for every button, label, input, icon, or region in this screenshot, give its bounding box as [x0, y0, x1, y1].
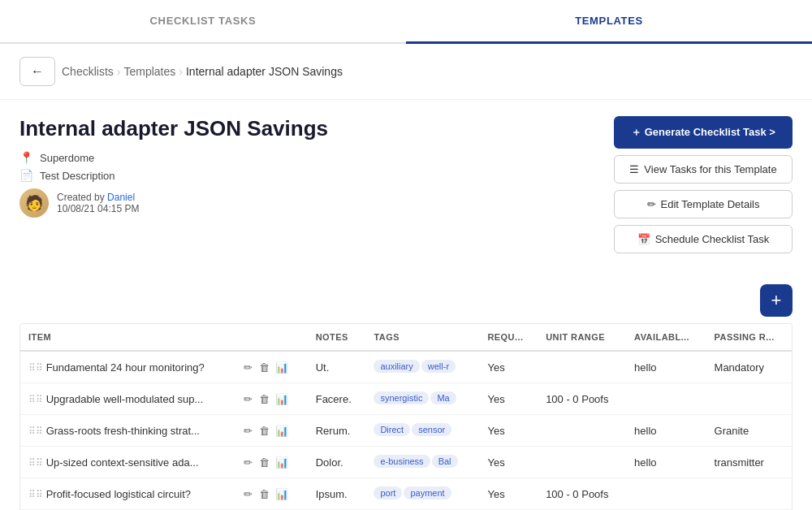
cell-row-actions: ✏ 🗑 📊: [235, 383, 308, 415]
schedule-button[interactable]: 📅 Schedule Checklist Task: [614, 225, 793, 253]
col-available: AVAILABL...: [626, 324, 706, 351]
table-row: ⠿⠿ Grass-roots fresh-thinking strat... ✏…: [20, 415, 792, 447]
generate-checklist-button[interactable]: ＋ Generate Checklist Task >: [614, 116, 793, 149]
delete-row-icon[interactable]: 🗑: [259, 456, 270, 469]
table-row: ⠿⠿ Profit-focused logistical circuit? ✏ …: [20, 478, 792, 510]
delete-row-icon[interactable]: 🗑: [259, 425, 270, 437]
tag: e-business: [374, 455, 430, 468]
cell-passing: [706, 383, 792, 415]
edit-row-icon[interactable]: ✏: [244, 488, 253, 500]
detail-section: Internal adapter JSON Savings 📍 Superdom…: [19, 116, 598, 218]
drag-handle[interactable]: ⠿⠿: [28, 394, 43, 405]
breadcrumb-current: Internal adapter JSON Savings: [186, 65, 343, 78]
cell-item-name: Profit-focused logistical circuit?: [46, 488, 191, 500]
author-info: Created by Daniel 10/08/21 04:15 PM: [57, 192, 139, 214]
cell-required: Yes: [479, 415, 538, 447]
cell-row-actions: ✏ 🗑 📊: [235, 351, 308, 383]
cell-required: Yes: [479, 351, 538, 383]
drag-handle[interactable]: ⠿⠿: [28, 457, 43, 469]
cell-row-actions: ✏ 🗑 📊: [235, 478, 308, 510]
cell-passing: [706, 478, 792, 510]
edit-row-icon[interactable]: ✏: [244, 425, 253, 437]
cell-available: [626, 478, 706, 510]
view-tasks-label: View Tasks for this Template: [644, 163, 776, 175]
cell-notes: Ut.: [308, 351, 366, 383]
cell-passing: transmitter: [706, 447, 792, 478]
avatar: 🧑: [19, 188, 49, 218]
drag-handle[interactable]: ⠿⠿: [28, 426, 43, 437]
cell-unit-range: 100 - 0 Poofs: [538, 383, 626, 415]
action-section: ＋ Generate Checklist Task > ☰ View Tasks…: [614, 116, 793, 260]
plus-btn-row: +: [0, 276, 812, 323]
tag: auxiliary: [374, 360, 419, 373]
breadcrumb-templates[interactable]: Templates: [123, 65, 175, 78]
edit-template-button[interactable]: ✏ Edit Template Details: [614, 190, 793, 218]
cell-required: Yes: [479, 383, 538, 415]
chart-icon[interactable]: 📊: [275, 456, 288, 469]
breadcrumb-checklists[interactable]: Checklists: [62, 65, 114, 78]
chart-icon[interactable]: 📊: [275, 488, 288, 500]
edit-template-label: Edit Template Details: [661, 198, 760, 210]
col-passing: PASSING R...: [706, 324, 792, 351]
breadcrumb-bar: ← Checklists › Templates › Internal adap…: [0, 44, 812, 100]
table-row: ⠿⠿ Upgradable well-modulated sup... ✏ 🗑 …: [20, 383, 792, 415]
cell-item-name: Fundamental 24 hour monitoring?: [46, 361, 205, 374]
delete-row-icon[interactable]: 🗑: [259, 361, 270, 374]
table-row: ⠿⠿ Fundamental 24 hour monitoring? ✏ 🗑 📊…: [20, 351, 792, 383]
drag-handle[interactable]: ⠿⠿: [28, 362, 43, 374]
drag-handle[interactable]: ⠿⠿: [28, 489, 43, 500]
delete-row-icon[interactable]: 🗑: [259, 488, 270, 500]
cell-required: Yes: [479, 447, 538, 478]
content-layout: Internal adapter JSON Savings 📍 Superdom…: [19, 116, 793, 260]
edit-row-icon[interactable]: ✏: [244, 456, 253, 469]
cell-unit-range: [538, 447, 626, 478]
col-tags: TAGS: [365, 324, 479, 351]
tag: Ma: [430, 391, 456, 404]
cell-tags: auxiliarywell-r: [365, 351, 479, 383]
description-value: Test Description: [40, 170, 114, 182]
cell-row-actions: ✏ 🗑 📊: [235, 447, 308, 478]
col-required: REQU...: [479, 324, 538, 351]
location-value: Superdome: [40, 152, 94, 164]
view-tasks-button[interactable]: ☰ View Tasks for this Template: [614, 155, 793, 184]
cell-available: [626, 383, 706, 415]
col-unit-range: UNIT RANGE: [538, 324, 626, 351]
breadcrumb-sep-2: ›: [179, 65, 183, 78]
cell-drag: ⠿⠿ Upgradable well-modulated sup...: [20, 383, 235, 415]
tag: synergistic: [374, 391, 429, 404]
col-actions: [235, 324, 308, 351]
add-item-button[interactable]: +: [760, 284, 793, 317]
back-button[interactable]: ←: [19, 57, 55, 86]
schedule-icon: 📅: [637, 233, 650, 245]
tag: Bal: [432, 455, 458, 468]
cell-item-name: Upgradable well-modulated sup...: [46, 393, 204, 405]
table-row: ⠿⠿ Up-sized context-sensitive ada... ✏ 🗑…: [20, 447, 792, 478]
nav-checklist-tasks[interactable]: CHECKLIST TASKS: [0, 0, 406, 42]
author-name[interactable]: Daniel: [107, 192, 135, 203]
cell-unit-range: [538, 351, 626, 383]
table-wrap: ITEM NOTES TAGS REQU... UNIT RANGE AVAIL…: [19, 323, 793, 510]
edit-row-icon[interactable]: ✏: [244, 361, 253, 374]
cell-available: hello: [626, 415, 706, 447]
location-row: 📍 Superdome: [19, 151, 598, 164]
cell-drag: ⠿⠿ Grass-roots fresh-thinking strat...: [20, 415, 235, 447]
created-date: 10/08/21 04:15 PM: [57, 203, 139, 214]
tag: Direct: [374, 423, 410, 436]
cell-drag: ⠿⠿ Fundamental 24 hour monitoring?: [20, 351, 235, 383]
delete-row-icon[interactable]: 🗑: [259, 393, 270, 405]
chart-icon[interactable]: 📊: [275, 361, 288, 374]
cell-unit-range: 100 - 0 Poofs: [538, 478, 626, 510]
cell-available: hello: [626, 447, 706, 478]
location-icon: 📍: [19, 151, 33, 164]
top-nav: CHECKLIST TASKS TEMPLATES: [0, 0, 812, 44]
view-tasks-icon: ☰: [629, 163, 639, 175]
breadcrumb: Checklists › Templates › Internal adapte…: [62, 65, 343, 78]
tag: payment: [404, 486, 451, 499]
chart-icon[interactable]: 📊: [275, 425, 288, 437]
cell-notes: Rerum.: [308, 415, 366, 447]
nav-templates[interactable]: TEMPLATES: [406, 0, 812, 44]
main-content: Internal adapter JSON Savings 📍 Superdom…: [0, 100, 812, 276]
edit-row-icon[interactable]: ✏: [244, 393, 253, 405]
chart-icon[interactable]: 📊: [275, 393, 288, 405]
created-by-line: Created by Daniel: [57, 192, 139, 203]
